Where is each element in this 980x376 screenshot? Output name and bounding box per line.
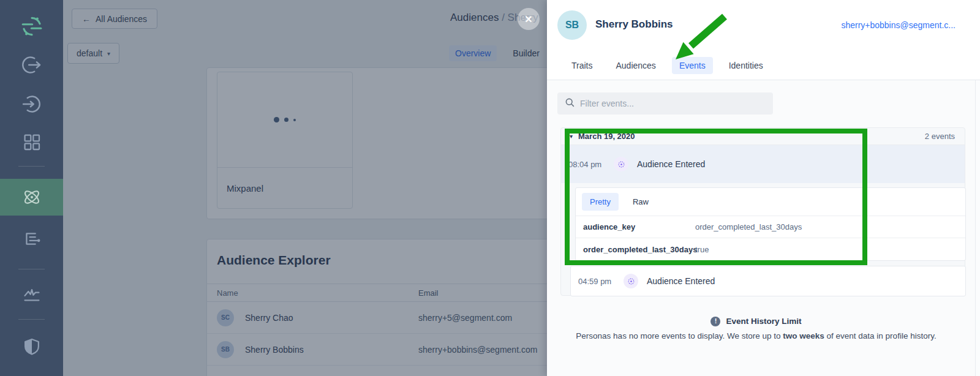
main-content: ← All Audiences Audiences / Sherry defau… bbox=[63, 0, 547, 376]
detail-view-tabs: Pretty Raw bbox=[576, 188, 965, 216]
property-row: audience_key order_completed_last_30days bbox=[576, 216, 965, 238]
journeys-icon bbox=[22, 229, 42, 249]
close-icon: ✕ bbox=[524, 13, 532, 25]
sources-icon bbox=[21, 55, 42, 75]
notice-title: Event History Limit bbox=[726, 317, 801, 326]
event-time: 04:59 pm bbox=[578, 277, 624, 286]
segment-logo-icon bbox=[20, 15, 43, 38]
property-value: true bbox=[695, 245, 709, 254]
sidebar-item-privacy[interactable] bbox=[0, 333, 63, 360]
profile-name: Sherry Bobbins bbox=[595, 18, 673, 31]
search-input[interactable] bbox=[580, 99, 766, 108]
search-icon bbox=[565, 97, 575, 110]
notice-text: of event data in profile history. bbox=[824, 331, 937, 340]
collapse-caret-icon: ▾ bbox=[570, 133, 573, 140]
privacy-shield-icon bbox=[22, 337, 42, 356]
audience-target-icon bbox=[624, 274, 638, 288]
catalog-grid-icon bbox=[22, 132, 42, 152]
sidebar-item-sources[interactable] bbox=[0, 51, 63, 78]
sidebar-divider bbox=[18, 319, 45, 320]
filter-events-search bbox=[557, 92, 773, 115]
sidebar-item-personas[interactable] bbox=[0, 179, 63, 216]
tab-audiences[interactable]: Audiences bbox=[608, 57, 663, 74]
date-group-header[interactable]: ▾ March 19, 2020 2 events bbox=[561, 128, 965, 145]
avatar: SB bbox=[557, 10, 587, 40]
event-row[interactable]: 04:59 pm Audience Entered bbox=[571, 266, 965, 296]
event-name: Audience Entered bbox=[647, 276, 715, 286]
sidebar-item-analytics[interactable] bbox=[0, 280, 63, 307]
personas-atom-icon bbox=[21, 186, 43, 208]
profile-tabs: Traits Audiences Events Identities bbox=[564, 57, 771, 74]
analytics-chart-icon bbox=[22, 284, 42, 304]
audience-target-icon bbox=[614, 157, 628, 171]
tab-events[interactable]: Events bbox=[672, 57, 713, 74]
event-time: 08:04 pm bbox=[568, 160, 614, 169]
close-panel-button[interactable]: ✕ bbox=[518, 8, 540, 30]
notice-body: Personas has no more events to display. … bbox=[547, 331, 965, 340]
tab-identities[interactable]: Identities bbox=[722, 57, 771, 74]
app-sidebar bbox=[0, 0, 63, 376]
profile-panel: SB Sherry Bobbins sherry+bobbins@segment… bbox=[547, 0, 980, 376]
notice-text: Personas has no more events to display. … bbox=[576, 331, 783, 340]
event-row-expanded[interactable]: 08:04 pm Audience Entered bbox=[561, 145, 965, 183]
screen: ← All Audiences Audiences / Sherry defau… bbox=[0, 0, 980, 376]
notice-text-bold: two weeks bbox=[783, 331, 824, 340]
destinations-icon bbox=[21, 94, 42, 115]
event-history-limit-notice: ! Event History Limit Personas has no mo… bbox=[547, 315, 965, 340]
event-detail-card: Pretty Raw audience_key order_completed_… bbox=[575, 187, 966, 261]
date-label: March 19, 2020 bbox=[578, 132, 635, 141]
property-value: order_completed_last_30days bbox=[695, 222, 802, 231]
sidebar-divider bbox=[18, 269, 45, 269]
sidebar-divider bbox=[18, 166, 45, 167]
event-name: Audience Entered bbox=[637, 159, 705, 169]
event-card: 04:59 pm Audience Entered bbox=[570, 266, 966, 296]
tab-traits[interactable]: Traits bbox=[564, 57, 600, 74]
property-key: audience_key bbox=[576, 222, 695, 231]
sidebar-item-home[interactable] bbox=[0, 13, 63, 40]
sidebar-item-destinations[interactable] bbox=[0, 91, 63, 118]
event-count-badge: 2 events bbox=[925, 132, 955, 141]
profile-email-link[interactable]: sherry+bobbins@segment.c... bbox=[841, 20, 956, 30]
sidebar-item-catalog[interactable] bbox=[0, 129, 63, 156]
alert-icon: ! bbox=[710, 317, 720, 326]
profile-panel-header: SB Sherry Bobbins sherry+bobbins@segment… bbox=[547, 0, 980, 80]
tab-pretty[interactable]: Pretty bbox=[582, 193, 619, 211]
sidebar-item-journeys[interactable] bbox=[0, 225, 63, 252]
property-key: order_completed_last_30days bbox=[576, 245, 695, 254]
modal-dim-overlay bbox=[63, 0, 547, 376]
property-row: order_completed_last_30days true bbox=[576, 238, 965, 260]
tab-raw[interactable]: Raw bbox=[625, 193, 657, 211]
events-date-group: ▾ March 19, 2020 2 events 08:04 pm Audie… bbox=[560, 127, 965, 296]
panel-scrollbar[interactable] bbox=[975, 80, 980, 376]
